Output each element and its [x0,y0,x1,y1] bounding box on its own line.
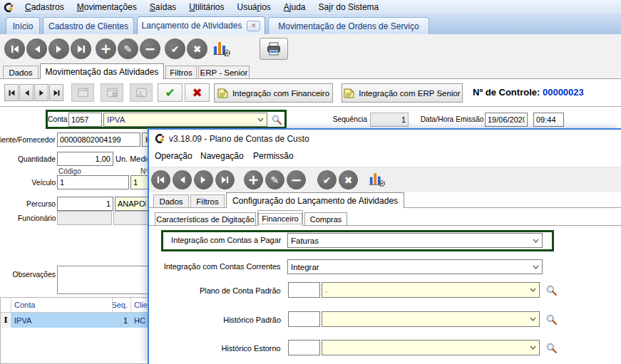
tab-filtros[interactable]: Filtros [165,66,197,78]
next-record-button[interactable] [48,38,69,59]
dropdown-arrow-icon[interactable] [530,317,536,321]
plano-codigo-input[interactable] [288,282,320,298]
dlg-tab-filtros[interactable]: Filtros [190,194,225,207]
menu-sair-do-sistema[interactable]: Sair do Sistema [317,1,381,13]
last-record-button[interactable] [71,38,91,59]
conta-code-input[interactable] [68,113,102,127]
chart-settings-icon[interactable] [212,40,231,60]
dlg-confirm-button[interactable]: ✔ [317,170,337,189]
save-detail-icon [106,87,119,98]
application-window: Cadastros Movimentações Saídas Utilitári… [0,0,621,364]
dlg-tab-configuracao[interactable]: Configuração do Lançamento de Atividades [226,192,404,208]
integracao-financeiro-button[interactable]: Integração com Financeiro [214,83,333,103]
plano-conta-combo[interactable]: . [322,282,540,298]
veiculo-label: Veículo [31,178,56,187]
dlg-delete-button[interactable]: − [287,170,306,189]
grid-header-clie[interactable]: Clie [131,298,148,312]
grid-cell-seq[interactable]: 1 [113,313,131,328]
dlg-tab-dados[interactable]: Dados [153,194,189,207]
historico-padrao-codigo-input[interactable] [288,311,320,327]
minus-icon: − [145,42,156,56]
menu-ajuda[interactable]: Ajuda [282,1,308,13]
tab-movimentacao-das-atividades[interactable]: Movimentação das Atividades [40,63,164,79]
conta-combo[interactable]: IPVA [103,113,267,127]
dropdown-arrow-icon[interactable] [533,239,539,243]
cut-detail-icon [135,87,148,98]
menu-usuarios[interactable]: Usuários [235,1,272,13]
contas-correntes-value: Integrar [291,263,319,271]
menu-movimentacoes[interactable]: Movimentações [75,1,139,13]
check-icon: ✔ [323,175,332,185]
cancel-button[interactable]: ✖ [187,38,207,59]
historico-estorno-codigo-input[interactable] [288,340,320,355]
detail-next-button[interactable] [34,84,48,101]
dlg-previous-record-button[interactable] [173,170,192,189]
tab-inicio[interactable]: Início [6,17,40,34]
data-emissao-input[interactable] [485,113,528,127]
integracao-erp-senior-button[interactable]: Integração com ERP Senior [342,83,463,103]
dlg-next-record-button[interactable] [194,170,213,189]
plano-conta-search-icon[interactable] [545,284,558,296]
quantidade-input[interactable] [57,152,113,166]
conta-search-icon[interactable] [270,113,282,125]
observacoes-textarea[interactable] [57,266,148,294]
plano-conta-value: . [325,286,327,294]
cliente-fornecedor-input[interactable] [57,132,140,147]
dialog-subtab-strip: Características de Digitação Financeiro … [149,210,621,226]
grid-cell-conta[interactable]: IPVA [11,313,113,328]
add-record-button[interactable]: + [96,38,116,59]
dialog-menu-permissao[interactable]: Permissão [253,151,294,161]
menu-cadastros[interactable]: Cadastros [23,1,66,13]
dropdown-arrow-icon[interactable] [257,118,264,122]
grid-cell-clie[interactable]: HC [131,313,148,328]
veiculo-numero-input[interactable] [130,175,149,189]
contas-pagar-combo[interactable]: Faturas [287,233,543,248]
discard-button[interactable]: ✖ [185,83,210,102]
tab-movimentacao-de-ordens[interactable]: Movimentação de Ordens de Serviço [268,17,429,34]
delete-record-button[interactable]: − [140,38,160,59]
edit-pencil-icon: ✎ [271,175,279,185]
dlg-add-button[interactable]: + [244,170,263,189]
apply-button[interactable]: ✔ [158,83,183,102]
tab-lancamento-de-atividades[interactable]: Lançamento de Atividades ✕ [137,16,265,34]
dropdown-arrow-icon[interactable] [530,345,536,350]
historico-padrao-search-icon[interactable] [545,313,558,326]
tab-cadastro-de-clientes[interactable]: Cadastro de Clientes [43,17,134,34]
confirm-button[interactable]: ✔ [165,38,185,59]
historico-estorno-search-icon[interactable] [545,342,558,354]
tab-dados[interactable]: Dados [3,66,39,78]
dialog-menu-navegacao[interactable]: Navegação [200,151,244,161]
detail-previous-button[interactable] [19,84,34,101]
dlg-chart-settings-icon[interactable] [369,171,386,190]
print-button[interactable] [260,38,288,60]
close-tab-icon[interactable]: ✕ [247,21,260,31]
dlg-first-record-button[interactable] [151,170,170,189]
detail-last-button[interactable] [49,84,63,101]
dialog-menu-operacao[interactable]: Operação [155,151,193,161]
grid-header-seq[interactable]: Seq. [113,298,131,312]
first-record-button[interactable] [4,38,25,59]
subtab-compras[interactable]: Compras [304,212,347,225]
menu-utilitarios[interactable]: Utilitários [187,1,226,13]
subtab-financeiro[interactable]: Financeiro [257,210,303,226]
hora-emissao-input[interactable] [533,113,564,127]
previous-record-button[interactable] [26,38,47,59]
percurso-codigo-input[interactable] [57,197,113,211]
subtab-caracteristicas[interactable]: Características de Digitação [155,212,256,225]
historico-padrao-combo[interactable] [322,311,540,327]
contas-correntes-combo[interactable]: Integrar [287,259,543,274]
dlg-edit-button[interactable]: ✎ [265,170,284,189]
menu-saidas[interactable]: Saídas [148,1,178,13]
dropdown-arrow-icon[interactable] [530,288,536,292]
veiculo-codigo-input[interactable] [57,175,129,189]
detail-first-button[interactable] [4,84,19,101]
dropdown-arrow-icon[interactable] [533,265,539,269]
contas-correntes-label: Integração com Contas Correntes [164,262,281,271]
edit-record-button[interactable]: ✎ [118,38,138,59]
historico-estorno-combo[interactable] [322,340,540,355]
grid-header-conta[interactable]: Conta [11,298,113,312]
grid-row-selected[interactable]: I IPVA 1 HC [1,313,148,328]
tab-erp-senior[interactable]: ERP - Senior [198,66,250,78]
dlg-last-record-button[interactable] [215,170,235,189]
dlg-cancel-button[interactable]: ✖ [339,170,358,189]
